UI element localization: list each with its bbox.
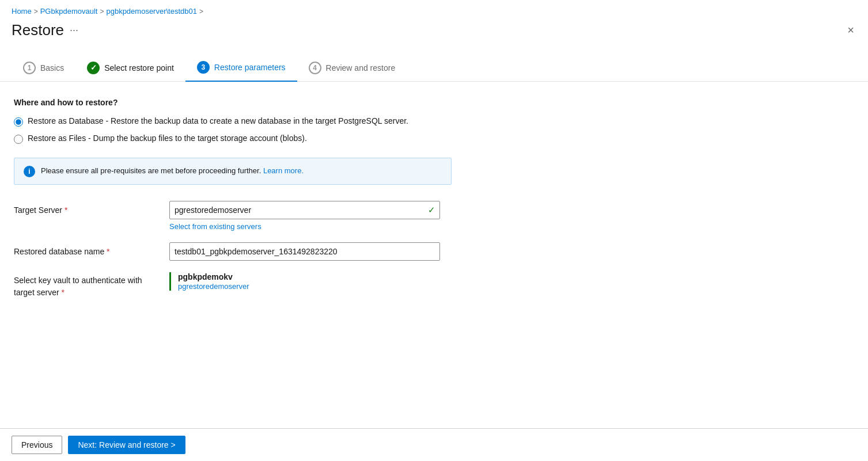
page-title: Restore — [12, 21, 64, 39]
step-select-restore-point[interactable]: ✓ Select restore point — [75, 56, 185, 81]
radio-files-input[interactable] — [14, 135, 23, 144]
target-server-required: * — [65, 205, 67, 215]
step-1-circle: 1 — [23, 62, 36, 74]
step-2-label: Select restore point — [104, 63, 174, 73]
breadcrumb-home[interactable]: Home — [12, 7, 32, 16]
breadcrumb-sep-3: > — [199, 7, 203, 16]
target-server-select-wrapper: pgrestoredemoserver ✓ — [169, 201, 440, 219]
restored-db-control — [169, 242, 440, 261]
page-header: Restore ··· × — [0, 19, 868, 48]
breadcrumb-server[interactable]: pgbkpdemoserver\testdb01 — [106, 7, 197, 16]
radio-database-input[interactable] — [14, 117, 23, 127]
key-vault-name: pgbkpdemokv — [178, 272, 249, 281]
step-4-label: Review and restore — [326, 63, 396, 73]
key-vault-label: Select key vault to authenticate with ta… — [14, 272, 169, 299]
step-2-circle: ✓ — [87, 62, 100, 74]
target-server-control: pgrestoredemoserver ✓ Select from existi… — [169, 201, 440, 231]
key-vault-required: * — [61, 288, 64, 297]
step-3-circle: 3 — [197, 61, 210, 74]
info-message: Please ensure all pre-requisites are met… — [41, 166, 261, 175]
step-restore-parameters[interactable]: 3 Restore parameters — [185, 55, 297, 82]
restored-db-label: Restored database name * — [14, 242, 169, 256]
step-review-restore[interactable]: 4 Review and restore — [297, 56, 407, 81]
step-4-circle: 4 — [309, 62, 321, 74]
breadcrumb-sep-1: > — [34, 7, 38, 16]
key-vault-link: pgrestoredemoserver — [178, 281, 249, 291]
step-3-label: Restore parameters — [214, 63, 286, 72]
wizard-steps: 1 Basics ✓ Select restore point 3 Restor… — [0, 48, 868, 82]
restored-db-required: * — [107, 247, 109, 256]
breadcrumb-vault[interactable]: PGbkpdemovault — [40, 7, 98, 16]
key-vault-server-link[interactable]: pgrestoredemoserver — [178, 282, 249, 291]
target-server-row: Target Server * pgrestoredemoserver ✓ Se… — [14, 201, 458, 231]
radio-database-label: Restore as Database - Restore the backup… — [28, 116, 408, 125]
main-content: Where and how to restore? Restore as Dat… — [0, 82, 472, 315]
target-server-select[interactable]: pgrestoredemoserver — [169, 201, 440, 219]
radio-option-files[interactable]: Restore as Files - Dump the backup files… — [14, 134, 458, 144]
select-from-existing-link[interactable]: Select from existing servers — [169, 222, 261, 231]
step-basics[interactable]: 1 Basics — [12, 56, 75, 81]
section-title: Where and how to restore? — [14, 98, 458, 107]
restored-db-input[interactable] — [169, 242, 440, 261]
info-box: i Please ensure all pre-requisites are m… — [14, 158, 452, 185]
radio-option-database[interactable]: Restore as Database - Restore the backup… — [14, 116, 458, 127]
breadcrumb-sep-2: > — [100, 7, 104, 16]
info-text: Please ensure all pre-requisites are met… — [41, 165, 304, 177]
form-section: Target Server * pgrestoredemoserver ✓ Se… — [14, 201, 458, 299]
select-from-existing-link-wrap: Select from existing servers — [169, 222, 440, 231]
key-vault-value: pgbkpdemokv pgrestoredemoserver — [169, 272, 249, 291]
target-server-label: Target Server * — [14, 201, 169, 215]
key-vault-row: Select key vault to authenticate with ta… — [14, 272, 458, 299]
radio-files-label: Restore as Files - Dump the backup files… — [28, 134, 307, 143]
breadcrumb: Home > PGbkpdemovault > pgbkpdemoserver\… — [0, 0, 868, 19]
info-icon: i — [24, 166, 35, 177]
learn-more-link[interactable]: Learn more. — [263, 166, 304, 175]
close-button[interactable]: × — [845, 21, 856, 39]
header-menu-icon[interactable]: ··· — [70, 24, 78, 36]
restore-options: Restore as Database - Restore the backup… — [14, 116, 458, 144]
restored-db-row: Restored database name * — [14, 242, 458, 261]
header-left: Restore ··· — [12, 21, 78, 39]
step-1-label: Basics — [40, 63, 64, 73]
